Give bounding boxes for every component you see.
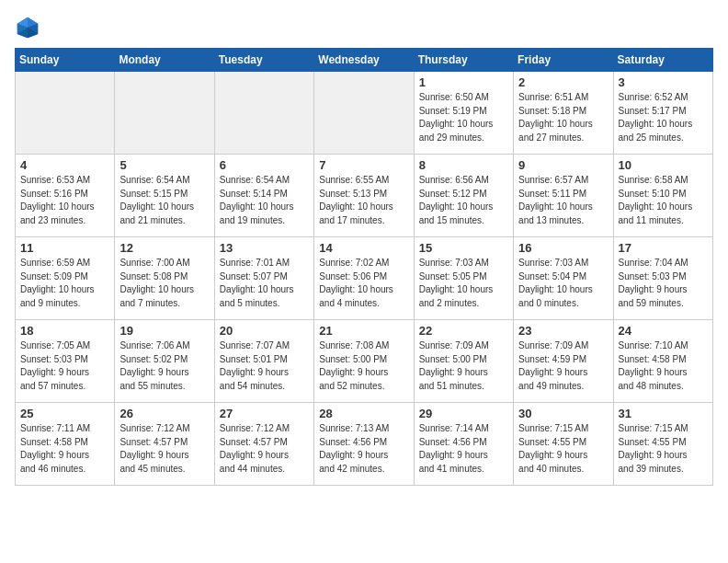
day-number: 12 — [119, 241, 209, 255]
calendar-week-row: 11Sunrise: 6:59 AM Sunset: 5:09 PM Dayli… — [16, 237, 713, 320]
day-number: 24 — [619, 324, 708, 338]
weekday-header: Tuesday — [214, 49, 313, 72]
calendar-cell: 10Sunrise: 6:58 AM Sunset: 5:10 PM Dayli… — [613, 155, 712, 237]
calendar-cell: 26Sunrise: 7:12 AM Sunset: 4:57 PM Dayli… — [115, 403, 214, 486]
day-info: Sunrise: 7:02 AM Sunset: 5:06 PM Dayligh… — [319, 257, 408, 310]
day-info: Sunrise: 7:12 AM Sunset: 4:57 PM Dayligh… — [119, 422, 209, 476]
calendar-cell: 11Sunrise: 6:59 AM Sunset: 5:09 PM Dayli… — [16, 237, 115, 320]
day-info: Sunrise: 7:04 AM Sunset: 5:03 PM Dayligh… — [619, 257, 708, 310]
day-number: 17 — [619, 241, 708, 255]
calendar-cell — [314, 72, 414, 155]
weekday-header: Sunday — [16, 49, 115, 72]
day-info: Sunrise: 7:12 AM Sunset: 4:57 PM Dayligh… — [220, 422, 309, 476]
calendar-cell: 12Sunrise: 7:00 AM Sunset: 5:08 PM Dayli… — [115, 237, 214, 320]
calendar-cell: 20Sunrise: 7:07 AM Sunset: 5:01 PM Dayli… — [214, 320, 313, 403]
day-info: Sunrise: 6:54 AM Sunset: 5:15 PM Dayligh… — [119, 174, 209, 227]
day-number: 7 — [319, 158, 408, 172]
weekday-header: Thursday — [414, 49, 513, 72]
logo — [15, 15, 44, 40]
day-info: Sunrise: 7:15 AM Sunset: 4:55 PM Dayligh… — [619, 422, 708, 476]
calendar-cell: 5Sunrise: 6:54 AM Sunset: 5:15 PM Daylig… — [115, 155, 214, 237]
calendar-cell: 2Sunrise: 6:51 AM Sunset: 5:18 PM Daylig… — [514, 72, 613, 155]
day-number: 31 — [619, 407, 708, 420]
calendar-cell — [115, 72, 214, 155]
calendar-cell: 31Sunrise: 7:15 AM Sunset: 4:55 PM Dayli… — [613, 403, 712, 486]
day-number: 21 — [319, 324, 408, 338]
day-info: Sunrise: 6:58 AM Sunset: 5:10 PM Dayligh… — [619, 174, 708, 227]
calendar-cell — [16, 72, 115, 155]
calendar-cell: 7Sunrise: 6:55 AM Sunset: 5:13 PM Daylig… — [314, 155, 414, 237]
day-info: Sunrise: 6:56 AM Sunset: 5:12 PM Dayligh… — [419, 174, 508, 227]
calendar-week-row: 1Sunrise: 6:50 AM Sunset: 5:19 PM Daylig… — [16, 72, 713, 155]
day-number: 19 — [119, 324, 209, 338]
day-info: Sunrise: 6:51 AM Sunset: 5:18 PM Dayligh… — [518, 91, 608, 144]
day-number: 18 — [20, 324, 109, 338]
logo-icon — [15, 15, 40, 40]
weekday-header: Friday — [514, 49, 613, 72]
calendar-cell — [214, 72, 313, 155]
day-number: 10 — [619, 158, 708, 172]
day-info: Sunrise: 7:03 AM Sunset: 5:04 PM Dayligh… — [518, 257, 608, 310]
calendar-cell: 23Sunrise: 7:09 AM Sunset: 4:59 PM Dayli… — [514, 320, 613, 403]
calendar-cell: 6Sunrise: 6:54 AM Sunset: 5:14 PM Daylig… — [214, 155, 313, 237]
day-info: Sunrise: 7:09 AM Sunset: 4:59 PM Dayligh… — [518, 339, 608, 393]
day-number: 30 — [518, 407, 608, 420]
calendar-cell: 16Sunrise: 7:03 AM Sunset: 5:04 PM Dayli… — [514, 237, 613, 320]
calendar-cell: 13Sunrise: 7:01 AM Sunset: 5:07 PM Dayli… — [214, 237, 313, 320]
day-number: 9 — [518, 158, 608, 172]
calendar-cell: 22Sunrise: 7:09 AM Sunset: 5:00 PM Dayli… — [414, 320, 513, 403]
day-number: 13 — [220, 241, 309, 255]
day-number: 1 — [419, 75, 508, 89]
day-number: 14 — [319, 241, 408, 255]
day-number: 25 — [20, 407, 109, 420]
calendar-cell: 28Sunrise: 7:13 AM Sunset: 4:56 PM Dayli… — [314, 403, 414, 486]
calendar-cell: 18Sunrise: 7:05 AM Sunset: 5:03 PM Dayli… — [16, 320, 115, 403]
calendar-cell: 29Sunrise: 7:14 AM Sunset: 4:56 PM Dayli… — [414, 403, 513, 486]
calendar-cell: 21Sunrise: 7:08 AM Sunset: 5:00 PM Dayli… — [314, 320, 414, 403]
day-info: Sunrise: 7:00 AM Sunset: 5:08 PM Dayligh… — [119, 257, 209, 310]
day-info: Sunrise: 6:50 AM Sunset: 5:19 PM Dayligh… — [419, 91, 508, 144]
weekday-header-row: SundayMondayTuesdayWednesdayThursdayFrid… — [16, 49, 713, 72]
day-number: 15 — [419, 241, 508, 255]
day-info: Sunrise: 6:55 AM Sunset: 5:13 PM Dayligh… — [319, 174, 408, 227]
day-number: 22 — [419, 324, 508, 338]
day-info: Sunrise: 7:09 AM Sunset: 5:00 PM Dayligh… — [419, 339, 508, 393]
day-number: 26 — [119, 407, 209, 420]
day-info: Sunrise: 7:08 AM Sunset: 5:00 PM Dayligh… — [319, 339, 408, 393]
calendar-cell: 19Sunrise: 7:06 AM Sunset: 5:02 PM Dayli… — [115, 320, 214, 403]
day-info: Sunrise: 7:05 AM Sunset: 5:03 PM Dayligh… — [20, 339, 109, 393]
day-info: Sunrise: 6:57 AM Sunset: 5:11 PM Dayligh… — [518, 174, 608, 227]
day-info: Sunrise: 7:14 AM Sunset: 4:56 PM Dayligh… — [419, 422, 508, 476]
calendar-cell: 1Sunrise: 6:50 AM Sunset: 5:19 PM Daylig… — [414, 72, 513, 155]
day-info: Sunrise: 7:15 AM Sunset: 4:55 PM Dayligh… — [518, 422, 608, 476]
page-header — [15, 15, 713, 40]
calendar-table: SundayMondayTuesdayWednesdayThursdayFrid… — [15, 48, 713, 486]
weekday-header: Monday — [115, 49, 214, 72]
day-number: 5 — [119, 158, 209, 172]
weekday-header: Saturday — [613, 49, 712, 72]
day-info: Sunrise: 7:07 AM Sunset: 5:01 PM Dayligh… — [220, 339, 309, 393]
day-info: Sunrise: 7:10 AM Sunset: 4:58 PM Dayligh… — [619, 339, 708, 393]
calendar-cell: 8Sunrise: 6:56 AM Sunset: 5:12 PM Daylig… — [414, 155, 513, 237]
weekday-header: Wednesday — [314, 49, 414, 72]
calendar-week-row: 25Sunrise: 7:11 AM Sunset: 4:58 PM Dayli… — [16, 403, 713, 486]
day-number: 28 — [319, 407, 408, 420]
day-number: 16 — [518, 241, 608, 255]
calendar-week-row: 18Sunrise: 7:05 AM Sunset: 5:03 PM Dayli… — [16, 320, 713, 403]
calendar-cell: 25Sunrise: 7:11 AM Sunset: 4:58 PM Dayli… — [16, 403, 115, 486]
day-info: Sunrise: 6:59 AM Sunset: 5:09 PM Dayligh… — [20, 257, 109, 310]
day-info: Sunrise: 7:03 AM Sunset: 5:05 PM Dayligh… — [419, 257, 508, 310]
day-info: Sunrise: 7:06 AM Sunset: 5:02 PM Dayligh… — [119, 339, 209, 393]
calendar-cell: 17Sunrise: 7:04 AM Sunset: 5:03 PM Dayli… — [613, 237, 712, 320]
calendar-cell: 30Sunrise: 7:15 AM Sunset: 4:55 PM Dayli… — [514, 403, 613, 486]
calendar-cell: 27Sunrise: 7:12 AM Sunset: 4:57 PM Dayli… — [214, 403, 313, 486]
day-number: 4 — [20, 158, 109, 172]
day-info: Sunrise: 6:53 AM Sunset: 5:16 PM Dayligh… — [20, 174, 109, 227]
day-info: Sunrise: 7:13 AM Sunset: 4:56 PM Dayligh… — [319, 422, 408, 476]
day-number: 29 — [419, 407, 508, 420]
day-info: Sunrise: 7:11 AM Sunset: 4:58 PM Dayligh… — [20, 422, 109, 476]
calendar-cell: 24Sunrise: 7:10 AM Sunset: 4:58 PM Dayli… — [613, 320, 712, 403]
day-number: 27 — [220, 407, 309, 420]
day-info: Sunrise: 6:52 AM Sunset: 5:17 PM Dayligh… — [619, 91, 708, 144]
day-number: 3 — [619, 75, 708, 89]
